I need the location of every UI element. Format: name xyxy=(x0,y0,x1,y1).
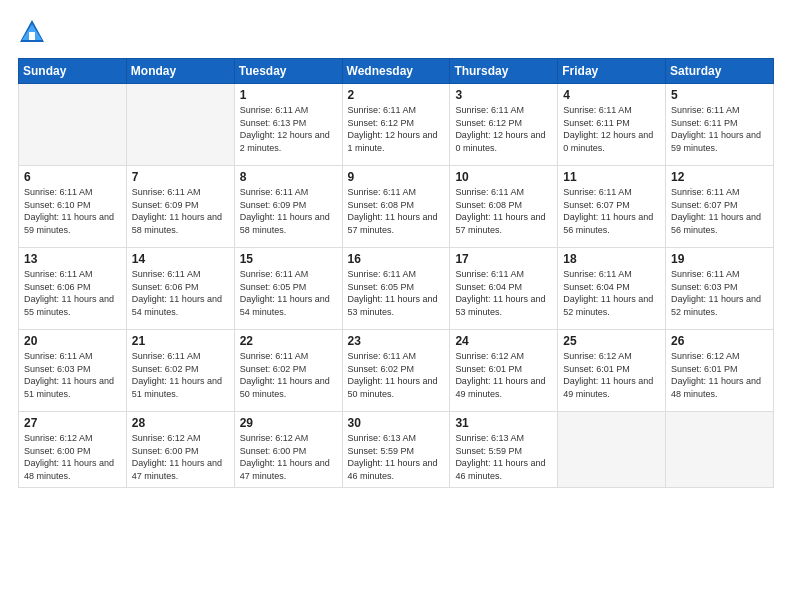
calendar-cell: 2Sunrise: 6:11 AM Sunset: 6:12 PM Daylig… xyxy=(342,84,450,166)
day-info: Sunrise: 6:11 AM Sunset: 6:09 PM Dayligh… xyxy=(132,186,229,236)
day-number: 15 xyxy=(240,252,337,266)
day-number: 14 xyxy=(132,252,229,266)
col-header-saturday: Saturday xyxy=(666,59,774,84)
calendar-cell: 6Sunrise: 6:11 AM Sunset: 6:10 PM Daylig… xyxy=(19,166,127,248)
day-number: 17 xyxy=(455,252,552,266)
col-header-thursday: Thursday xyxy=(450,59,558,84)
calendar-cell: 21Sunrise: 6:11 AM Sunset: 6:02 PM Dayli… xyxy=(126,330,234,412)
day-number: 7 xyxy=(132,170,229,184)
calendar-cell: 4Sunrise: 6:11 AM Sunset: 6:11 PM Daylig… xyxy=(558,84,666,166)
day-info: Sunrise: 6:11 AM Sunset: 6:04 PM Dayligh… xyxy=(455,268,552,318)
day-number: 29 xyxy=(240,416,337,430)
calendar-cell: 25Sunrise: 6:12 AM Sunset: 6:01 PM Dayli… xyxy=(558,330,666,412)
day-number: 25 xyxy=(563,334,660,348)
day-number: 19 xyxy=(671,252,768,266)
day-number: 22 xyxy=(240,334,337,348)
calendar-cell: 15Sunrise: 6:11 AM Sunset: 6:05 PM Dayli… xyxy=(234,248,342,330)
calendar-cell xyxy=(126,84,234,166)
calendar-cell: 12Sunrise: 6:11 AM Sunset: 6:07 PM Dayli… xyxy=(666,166,774,248)
day-number: 2 xyxy=(348,88,445,102)
day-number: 24 xyxy=(455,334,552,348)
calendar-week-1: 1Sunrise: 6:11 AM Sunset: 6:13 PM Daylig… xyxy=(19,84,774,166)
col-header-sunday: Sunday xyxy=(19,59,127,84)
calendar-cell: 3Sunrise: 6:11 AM Sunset: 6:12 PM Daylig… xyxy=(450,84,558,166)
day-info: Sunrise: 6:11 AM Sunset: 6:04 PM Dayligh… xyxy=(563,268,660,318)
calendar-cell: 27Sunrise: 6:12 AM Sunset: 6:00 PM Dayli… xyxy=(19,412,127,488)
calendar-cell: 22Sunrise: 6:11 AM Sunset: 6:02 PM Dayli… xyxy=(234,330,342,412)
day-info: Sunrise: 6:11 AM Sunset: 6:12 PM Dayligh… xyxy=(455,104,552,154)
calendar-cell: 8Sunrise: 6:11 AM Sunset: 6:09 PM Daylig… xyxy=(234,166,342,248)
day-number: 16 xyxy=(348,252,445,266)
day-number: 21 xyxy=(132,334,229,348)
day-info: Sunrise: 6:11 AM Sunset: 6:05 PM Dayligh… xyxy=(240,268,337,318)
day-number: 11 xyxy=(563,170,660,184)
calendar-cell: 28Sunrise: 6:12 AM Sunset: 6:00 PM Dayli… xyxy=(126,412,234,488)
calendar-cell: 13Sunrise: 6:11 AM Sunset: 6:06 PM Dayli… xyxy=(19,248,127,330)
day-number: 26 xyxy=(671,334,768,348)
day-info: Sunrise: 6:12 AM Sunset: 6:00 PM Dayligh… xyxy=(132,432,229,482)
calendar-week-2: 6Sunrise: 6:11 AM Sunset: 6:10 PM Daylig… xyxy=(19,166,774,248)
calendar-cell: 14Sunrise: 6:11 AM Sunset: 6:06 PM Dayli… xyxy=(126,248,234,330)
calendar-week-3: 13Sunrise: 6:11 AM Sunset: 6:06 PM Dayli… xyxy=(19,248,774,330)
day-number: 23 xyxy=(348,334,445,348)
calendar-cell: 1Sunrise: 6:11 AM Sunset: 6:13 PM Daylig… xyxy=(234,84,342,166)
calendar-cell: 18Sunrise: 6:11 AM Sunset: 6:04 PM Dayli… xyxy=(558,248,666,330)
calendar-week-5: 27Sunrise: 6:12 AM Sunset: 6:00 PM Dayli… xyxy=(19,412,774,488)
day-number: 18 xyxy=(563,252,660,266)
calendar-cell: 19Sunrise: 6:11 AM Sunset: 6:03 PM Dayli… xyxy=(666,248,774,330)
day-info: Sunrise: 6:12 AM Sunset: 6:00 PM Dayligh… xyxy=(240,432,337,482)
day-info: Sunrise: 6:11 AM Sunset: 6:08 PM Dayligh… xyxy=(455,186,552,236)
calendar-cell: 9Sunrise: 6:11 AM Sunset: 6:08 PM Daylig… xyxy=(342,166,450,248)
calendar-cell xyxy=(19,84,127,166)
col-header-friday: Friday xyxy=(558,59,666,84)
day-info: Sunrise: 6:12 AM Sunset: 6:01 PM Dayligh… xyxy=(455,350,552,400)
day-info: Sunrise: 6:11 AM Sunset: 6:08 PM Dayligh… xyxy=(348,186,445,236)
day-number: 28 xyxy=(132,416,229,430)
calendar-cell: 16Sunrise: 6:11 AM Sunset: 6:05 PM Dayli… xyxy=(342,248,450,330)
calendar-cell xyxy=(558,412,666,488)
calendar: SundayMondayTuesdayWednesdayThursdayFrid… xyxy=(18,58,774,488)
day-info: Sunrise: 6:13 AM Sunset: 5:59 PM Dayligh… xyxy=(455,432,552,482)
day-number: 1 xyxy=(240,88,337,102)
day-number: 12 xyxy=(671,170,768,184)
day-number: 13 xyxy=(24,252,121,266)
day-number: 4 xyxy=(563,88,660,102)
col-header-monday: Monday xyxy=(126,59,234,84)
col-header-wednesday: Wednesday xyxy=(342,59,450,84)
calendar-cell: 20Sunrise: 6:11 AM Sunset: 6:03 PM Dayli… xyxy=(19,330,127,412)
day-info: Sunrise: 6:11 AM Sunset: 6:11 PM Dayligh… xyxy=(563,104,660,154)
day-info: Sunrise: 6:11 AM Sunset: 6:06 PM Dayligh… xyxy=(132,268,229,318)
header xyxy=(18,18,774,46)
calendar-cell: 31Sunrise: 6:13 AM Sunset: 5:59 PM Dayli… xyxy=(450,412,558,488)
day-info: Sunrise: 6:11 AM Sunset: 6:03 PM Dayligh… xyxy=(24,350,121,400)
calendar-header-row: SundayMondayTuesdayWednesdayThursdayFrid… xyxy=(19,59,774,84)
day-info: Sunrise: 6:11 AM Sunset: 6:11 PM Dayligh… xyxy=(671,104,768,154)
day-info: Sunrise: 6:11 AM Sunset: 6:12 PM Dayligh… xyxy=(348,104,445,154)
day-info: Sunrise: 6:12 AM Sunset: 6:01 PM Dayligh… xyxy=(671,350,768,400)
page: SundayMondayTuesdayWednesdayThursdayFrid… xyxy=(0,0,792,612)
day-info: Sunrise: 6:11 AM Sunset: 6:10 PM Dayligh… xyxy=(24,186,121,236)
calendar-cell: 5Sunrise: 6:11 AM Sunset: 6:11 PM Daylig… xyxy=(666,84,774,166)
day-info: Sunrise: 6:13 AM Sunset: 5:59 PM Dayligh… xyxy=(348,432,445,482)
day-number: 31 xyxy=(455,416,552,430)
day-number: 20 xyxy=(24,334,121,348)
day-number: 9 xyxy=(348,170,445,184)
calendar-cell: 29Sunrise: 6:12 AM Sunset: 6:00 PM Dayli… xyxy=(234,412,342,488)
day-info: Sunrise: 6:11 AM Sunset: 6:07 PM Dayligh… xyxy=(671,186,768,236)
col-header-tuesday: Tuesday xyxy=(234,59,342,84)
day-info: Sunrise: 6:12 AM Sunset: 6:01 PM Dayligh… xyxy=(563,350,660,400)
day-number: 6 xyxy=(24,170,121,184)
day-number: 27 xyxy=(24,416,121,430)
day-info: Sunrise: 6:11 AM Sunset: 6:02 PM Dayligh… xyxy=(132,350,229,400)
day-info: Sunrise: 6:11 AM Sunset: 6:09 PM Dayligh… xyxy=(240,186,337,236)
day-info: Sunrise: 6:11 AM Sunset: 6:02 PM Dayligh… xyxy=(240,350,337,400)
day-info: Sunrise: 6:11 AM Sunset: 6:06 PM Dayligh… xyxy=(24,268,121,318)
svg-rect-2 xyxy=(29,32,35,40)
day-info: Sunrise: 6:11 AM Sunset: 6:03 PM Dayligh… xyxy=(671,268,768,318)
day-number: 30 xyxy=(348,416,445,430)
calendar-cell: 23Sunrise: 6:11 AM Sunset: 6:02 PM Dayli… xyxy=(342,330,450,412)
calendar-cell: 11Sunrise: 6:11 AM Sunset: 6:07 PM Dayli… xyxy=(558,166,666,248)
calendar-cell: 24Sunrise: 6:12 AM Sunset: 6:01 PM Dayli… xyxy=(450,330,558,412)
day-number: 8 xyxy=(240,170,337,184)
day-number: 5 xyxy=(671,88,768,102)
